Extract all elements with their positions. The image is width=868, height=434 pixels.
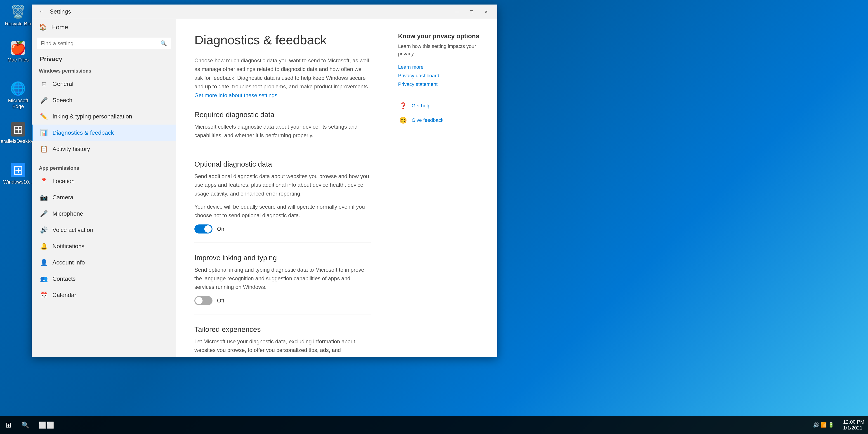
home-label: Home [51,24,68,31]
location-label: Location [53,178,74,185]
win10-icon: ⊞ [11,163,25,177]
main-content: Diagnostics & feedback Choose how much d… [176,19,389,357]
sidebar-item-speech[interactable]: 🎤 Speech [32,92,176,108]
recycle-bin-icon: 🗑️ [11,4,25,19]
settings-window: ← Settings — □ ✕ 🏠 Home 🔍 [32,4,497,357]
camera-icon: 📷 [40,193,48,202]
diagnostics-icon: 📊 [40,129,48,137]
actions-section: ❓ Get help 😊 Give feedback [398,101,488,125]
tailored-title: Tailored experiences [194,325,371,334]
sidebar-item-camera[interactable]: 📷 Camera [32,189,176,206]
optional-toggle-row: On [194,224,371,234]
required-title: Required diagnostic data [194,111,371,119]
calendar-icon: 📅 [40,291,48,299]
start-button[interactable]: ⊞ [0,421,17,429]
privacy-options-desc: Learn how this setting impacts your priv… [398,42,488,57]
activity-label: Activity history [53,146,90,153]
get-help-icon: ❓ [398,101,408,111]
contacts-label: Contacts [53,275,76,282]
window-body: 🏠 Home 🔍 Privacy Windows permissions ⊞ G… [32,19,497,357]
sidebar-item-diagnostics[interactable]: 📊 Diagnostics & feedback [32,125,176,141]
close-button[interactable]: ✕ [479,6,493,17]
clock: 12:00 PM1/1/2021 [839,419,868,431]
get-help-label: Get help [412,103,430,109]
calendar-label: Calendar [53,291,76,299]
sidebar-item-contacts[interactable]: 👥 Contacts [32,271,176,287]
desktop-icon-win10[interactable]: ⊞ Windows10... [4,163,32,185]
inking-toggle-knob [195,297,203,304]
sidebar-item-microphone[interactable]: 🎤 Microphone [32,206,176,222]
speech-label: Speech [53,97,72,104]
title-bar: ← Settings — □ ✕ [32,4,497,19]
optional-toggle[interactable] [194,224,213,234]
give-feedback-icon: 😊 [398,115,408,125]
search-box: 🔍 [37,38,171,49]
give-feedback-label: Give feedback [412,117,443,123]
general-icon: ⊞ [40,80,48,88]
desktop: 🗑️ Recycle Bin 🍎 Mac Files 🌐 Microsoft E… [0,0,868,434]
privacy-label: Privacy [40,55,62,63]
inking-title: Improve inking and typing [194,254,371,262]
edge-icon: 🌐 [11,81,25,96]
microphone-label: Microphone [53,210,83,217]
privacy-heading: Privacy [32,54,176,64]
search-taskbar[interactable]: 🔍 [17,421,34,429]
give-feedback-action[interactable]: 😊 Give feedback [398,115,488,125]
search-icon[interactable]: 🔍 [160,40,167,46]
diagnostics-label: Diagnostics & feedback [53,129,114,136]
task-view-button[interactable]: ⬜⬜ [34,421,59,429]
sidebar-item-inking[interactable]: ✏️ Inking & typing personalization [32,108,176,125]
window-title: Settings [50,8,450,15]
activity-icon: 📋 [40,145,48,153]
inking-toggle[interactable] [194,296,213,305]
minimize-button[interactable]: — [450,6,464,17]
camera-label: Camera [53,194,73,201]
sidebar-item-notifications[interactable]: 🔔 Notifications [32,238,176,254]
intro-text: Choose how much diagnostic data you want… [194,56,371,100]
desktop-icon-parallels[interactable]: ⊞ ParallelsDesktop... [4,122,32,144]
learn-more-link[interactable]: Learn more [398,64,488,70]
notifications-label: Notifications [53,243,85,250]
inking-toggle-row: Off [194,296,371,305]
maximize-button[interactable]: □ [465,6,478,17]
speech-icon: 🎤 [40,96,48,104]
voice-icon: 🔊 [40,226,48,234]
notifications-icon: 🔔 [40,242,48,250]
optional-toggle-knob [204,225,212,232]
sidebar-item-activity[interactable]: 📋 Activity history [32,141,176,157]
sidebar-item-account[interactable]: 👤 Account info [32,254,176,271]
location-icon: 📍 [40,177,48,185]
sidebar-item-home[interactable]: 🏠 Home [32,19,176,35]
voice-label: Voice activation [53,226,93,234]
desktop-icon-macfiles[interactable]: 🍎 Mac Files [4,41,32,63]
home-icon: 🏠 [39,24,47,31]
general-label: General [53,81,73,88]
win10-label: Windows10... [3,179,33,185]
mac-files-label: Mac Files [7,57,29,63]
sidebar-item-location[interactable]: 📍 Location [32,173,176,189]
sidebar: 🏠 Home 🔍 Privacy Windows permissions ⊞ G… [32,19,176,357]
intro-link[interactable]: Get more info about these settings [194,92,277,98]
app-permissions-label: App permissions [32,162,176,173]
sidebar-item-voice[interactable]: 🔊 Voice activation [32,222,176,238]
account-icon: 👤 [40,258,48,267]
get-help-action[interactable]: ❓ Get help [398,101,488,111]
desktop-icon-edge[interactable]: 🌐 Microsoft Edge [4,81,32,110]
privacy-dashboard-link[interactable]: Privacy dashboard [398,73,488,79]
sidebar-item-calendar[interactable]: 📅 Calendar [32,287,176,303]
privacy-statement-link[interactable]: Privacy statement [398,81,488,87]
inking-label: Inking & typing personalization [53,113,132,120]
tailored-desc: Let Microsoft use your diagnostic data, … [194,337,371,357]
desktop-icon-recycle[interactable]: 🗑️ Recycle Bin [4,4,32,27]
optional-desc-2: Your device will be equally secure and w… [194,203,371,220]
search-input[interactable] [41,40,158,46]
sidebar-item-general[interactable]: ⊞ General [32,76,176,92]
divider-3 [194,314,371,314]
window-controls: — □ ✕ [450,6,493,17]
mac-files-icon: 🍎 [11,41,25,55]
microphone-icon: 🎤 [40,210,48,218]
back-button[interactable]: ← [36,6,47,17]
taskbar: ⊞ 🔍 ⬜⬜ 🔊 📶 🔋 12:00 PM1/1/2021 [0,416,868,434]
optional-desc-1: Send additional diagnostic data about we… [194,172,371,198]
inking-desc: Send optional inking and typing diagnost… [194,266,371,291]
